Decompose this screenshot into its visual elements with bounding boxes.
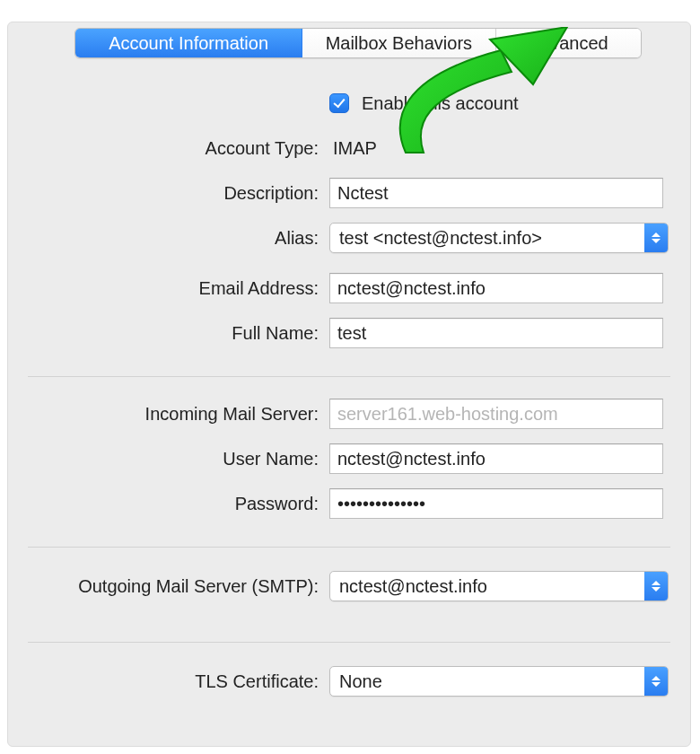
- email-input[interactable]: [329, 273, 663, 303]
- tab-label: Advanced: [529, 33, 608, 54]
- description-input[interactable]: [329, 178, 663, 208]
- tab-label: Mailbox Behaviors: [326, 33, 472, 54]
- row-smtp: Outgoing Mail Server (SMTP): nctest@ncte…: [8, 570, 690, 602]
- divider: [28, 547, 670, 548]
- divider: [28, 376, 670, 377]
- smtp-select[interactable]: nctest@nctest.info: [329, 571, 669, 601]
- alias-select-value: test <nctest@nctest.info>: [339, 228, 542, 249]
- label-username: User Name:: [8, 449, 329, 469]
- divider: [28, 642, 670, 643]
- label-full-name: Full Name:: [8, 323, 329, 344]
- row-enable: Enable this account: [8, 87, 690, 119]
- label-password: Password:: [8, 494, 329, 514]
- value-account-type: IMAP: [329, 138, 377, 159]
- label-tls: TLS Certificate:: [8, 671, 329, 692]
- tab-advanced[interactable]: Advanced: [496, 29, 641, 57]
- enable-account-checkbox[interactable]: [329, 93, 349, 113]
- password-input[interactable]: [329, 488, 663, 519]
- row-account-type: Account Type: IMAP: [8, 132, 690, 164]
- checkmark-icon: [333, 96, 345, 109]
- row-alias: Alias: test <nctest@nctest.info>: [8, 222, 690, 254]
- row-incoming-server: Incoming Mail Server:: [8, 398, 690, 430]
- tab-bar: Account Information Mailbox Behaviors Ad…: [74, 28, 642, 58]
- row-full-name: Full Name:: [8, 317, 690, 349]
- tab-label: Account Information: [109, 33, 268, 54]
- full-name-input[interactable]: [329, 318, 663, 348]
- label-description: Description:: [8, 183, 329, 204]
- updown-icon: [644, 572, 668, 601]
- alias-select[interactable]: test <nctest@nctest.info>: [329, 223, 669, 253]
- row-username: User Name:: [8, 443, 690, 475]
- label-incoming-server: Incoming Mail Server:: [8, 404, 329, 425]
- tab-mailbox-behaviors[interactable]: Mailbox Behaviors: [302, 29, 495, 57]
- label-account-type: Account Type:: [8, 138, 329, 159]
- enable-account-label: Enable this account: [358, 93, 519, 114]
- tls-select[interactable]: None: [329, 666, 669, 697]
- label-smtp: Outgoing Mail Server (SMTP):: [8, 576, 329, 597]
- smtp-select-value: nctest@nctest.info: [339, 576, 487, 597]
- username-input[interactable]: [329, 443, 663, 474]
- tls-select-value: None: [339, 671, 382, 692]
- row-tls: TLS Certificate: None: [8, 665, 690, 697]
- updown-icon: [644, 224, 668, 252]
- tab-account-information[interactable]: Account Information: [75, 29, 302, 57]
- row-password: Password:: [8, 487, 690, 520]
- label-alias: Alias:: [8, 228, 329, 249]
- row-email: Email Address:: [8, 272, 690, 304]
- preferences-panel: Account Information Mailbox Behaviors Ad…: [7, 22, 691, 747]
- row-description: Description:: [8, 177, 690, 209]
- updown-icon: [644, 667, 668, 696]
- incoming-server-input: [329, 399, 663, 429]
- label-email: Email Address:: [8, 278, 329, 299]
